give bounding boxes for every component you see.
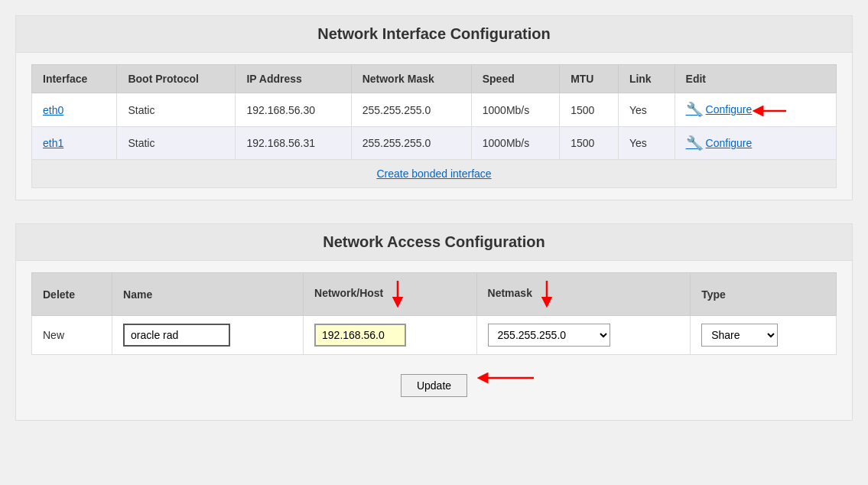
name-cell (112, 316, 304, 355)
col-header-type: Type (691, 273, 837, 316)
speed-cell: 1000Mb/s (471, 93, 559, 127)
interface-link-eth0[interactable]: eth0 (43, 104, 63, 116)
ip-address-cell: 192.168.56.30 (236, 93, 351, 127)
network-host-input[interactable] (314, 324, 406, 347)
edit-cell: 🔧Configure (675, 127, 836, 160)
col-header-edit: Edit (675, 65, 836, 93)
netmask-select[interactable]: 255.255.255.0255.255.0.0255.0.0.0 (488, 324, 610, 347)
update-button[interactable]: Update (401, 374, 467, 397)
network-access-title: Network Access Configuration (16, 224, 852, 261)
arrow-netmask-icon (535, 281, 558, 308)
interface-table-row: eth0Static192.168.56.30255.255.255.01000… (32, 93, 837, 127)
access-table-row: New255.255.255.0255.255.0.0255.0.0.0Shar… (32, 316, 837, 355)
interface-table: Interface Boot Protocol IP Address Netwo… (31, 64, 837, 188)
col-header-name: Name (112, 273, 304, 316)
network-host-cell (304, 316, 477, 355)
mtu-cell: 1500 (560, 127, 619, 160)
access-table-container: Delete Name Network/Host (16, 261, 852, 420)
name-input[interactable] (123, 324, 230, 347)
col-header-ip-address: IP Address (236, 65, 351, 93)
configure-label: Configure (706, 103, 753, 116)
delete-cell: New (32, 316, 112, 355)
col-header-network-host: Network/Host (304, 273, 477, 316)
type-select[interactable]: ShareExportImport (701, 324, 778, 347)
edit-cell: 🔧Configure (675, 93, 836, 127)
arrow-update-icon (476, 366, 538, 389)
mtu-cell: 1500 (560, 93, 619, 127)
create-bonded-cell: Create bonded interface (32, 160, 837, 188)
interface-table-row: eth1Static192.168.56.31255.255.255.01000… (32, 127, 837, 160)
col-header-speed: Speed (471, 65, 559, 93)
network-interface-title: Network Interface Configuration (16, 16, 852, 53)
create-bonded-row: Create bonded interface (32, 160, 837, 188)
network-access-section: Network Access Configuration Delete Name… (15, 223, 853, 421)
col-header-mtu: MTU (560, 65, 619, 93)
speed-cell: 1000Mb/s (471, 127, 559, 160)
col-header-network-mask: Network Mask (351, 65, 471, 93)
col-header-boot-protocol: Boot Protocol (117, 65, 236, 93)
network-interface-section: Network Interface Configuration Interfac… (15, 15, 853, 200)
interface-link-eth1[interactable]: eth1 (43, 137, 63, 149)
interface-table-container: Interface Boot Protocol IP Address Netwo… (16, 53, 852, 200)
interface-table-header-row: Interface Boot Protocol IP Address Netwo… (32, 65, 837, 93)
configure-icon: 🔧 (686, 135, 703, 151)
boot-protocol-cell: Static (117, 127, 236, 160)
configure-icon: 🔧 (686, 101, 703, 118)
create-bonded-link[interactable]: Create bonded interface (376, 168, 491, 180)
access-table-header-row: Delete Name Network/Host (32, 273, 837, 316)
link-cell: Yes (618, 127, 675, 160)
arrow-configure-icon (752, 103, 790, 119)
configure-button-eth1[interactable]: 🔧Configure (686, 135, 753, 151)
access-table: Delete Name Network/Host (31, 272, 837, 355)
link-cell: Yes (618, 93, 675, 127)
configure-label: Configure (706, 137, 753, 149)
col-header-interface: Interface (32, 65, 117, 93)
boot-protocol-cell: Static (117, 93, 236, 127)
col-header-delete: Delete (32, 273, 112, 316)
update-row: Update (31, 363, 837, 409)
configure-button-eth0[interactable]: 🔧Configure (686, 101, 753, 118)
type-cell: ShareExportImport (691, 316, 837, 355)
network-mask-cell: 255.255.255.0 (351, 93, 471, 127)
netmask-cell: 255.255.255.0255.255.0.0255.0.0.0 (476, 316, 691, 355)
network-mask-cell: 255.255.255.0 (351, 127, 471, 160)
ip-address-cell: 192.168.56.31 (236, 127, 351, 160)
arrow-network-host-icon (386, 281, 409, 308)
col-header-link: Link (618, 65, 675, 93)
col-header-netmask: Netmask (476, 273, 691, 316)
